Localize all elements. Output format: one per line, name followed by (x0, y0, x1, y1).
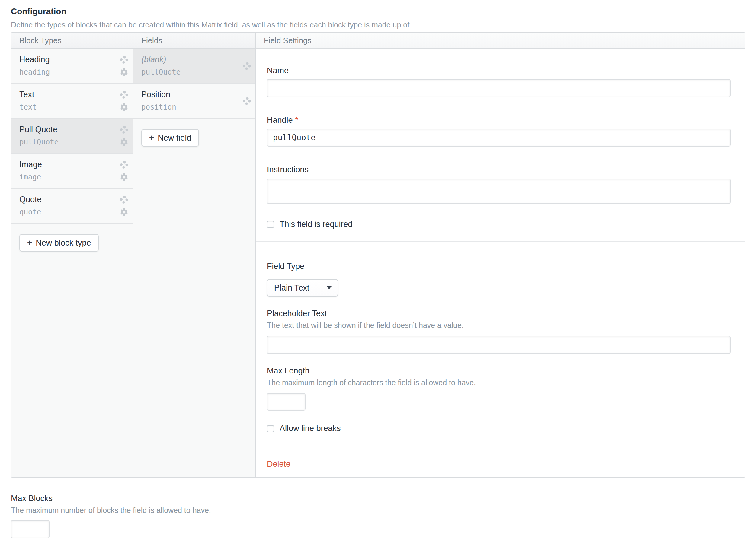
gear-icon[interactable] (120, 208, 129, 217)
item-handle: heading (19, 68, 125, 76)
move-icon[interactable] (120, 56, 128, 64)
placeholder-label: Placeholder Text (267, 308, 731, 318)
handle-input[interactable] (267, 129, 731, 147)
item-name: Position (141, 90, 248, 99)
move-icon[interactable] (243, 62, 251, 70)
new-field-label: New field (158, 133, 191, 143)
allow-line-breaks-row: Allow line breaks (267, 424, 731, 433)
max-length-label: Max Length (267, 366, 731, 375)
gear-icon[interactable] (120, 173, 129, 182)
max-blocks-input[interactable] (11, 520, 50, 538)
allow-line-breaks-checkbox[interactable] (267, 425, 274, 432)
plus-icon: + (149, 133, 154, 143)
new-block-type-label: New block type (36, 238, 91, 248)
field-row[interactable]: Positionposition (133, 84, 255, 119)
item-handle: pullQuote (141, 68, 248, 76)
item-handle: text (19, 103, 125, 111)
item-handle: pullQuote (19, 138, 125, 146)
field-settings-column: Field Settings Name Handle* Instructions… (256, 33, 745, 477)
move-icon[interactable] (120, 91, 128, 99)
name-label: Name (267, 66, 731, 75)
move-icon[interactable] (243, 97, 251, 105)
item-handle: image (19, 173, 125, 181)
move-icon[interactable] (120, 126, 128, 134)
field-type-value: Plain Text (274, 283, 309, 292)
field-settings-header: Field Settings (256, 33, 745, 49)
instructions-label: Instructions (267, 165, 731, 174)
matrix-field-configuration: Configuration Define the types of blocks… (0, 0, 756, 543)
gear-icon[interactable] (120, 138, 129, 147)
block-type-row[interactable]: Quotequote (11, 189, 133, 224)
required-checkbox-row: This field is required (267, 220, 731, 229)
delete-link[interactable]: Delete (267, 459, 290, 469)
block-types-header: Block Types (11, 33, 133, 49)
item-name: Pull Quote (19, 125, 125, 134)
field-row[interactable]: (blank)pullQuote (133, 49, 255, 84)
item-name: Quote (19, 195, 125, 204)
handle-label: Handle* (267, 115, 731, 125)
gear-icon[interactable] (120, 103, 129, 112)
fields-header: Fields (133, 33, 255, 49)
required-checkbox[interactable] (267, 221, 274, 228)
item-handle: position (141, 103, 248, 111)
required-checkbox-label[interactable]: This field is required (280, 220, 353, 229)
page-description: Define the types of blocks that can be c… (11, 21, 412, 29)
fields-list: (blank)pullQuotePositionposition (133, 49, 255, 119)
placeholder-input[interactable] (267, 336, 731, 354)
max-blocks-section: Max Blocks The maximum number of blocks … (11, 493, 211, 538)
item-name: Text (19, 90, 125, 99)
max-length-description: The maximum length of characters the fie… (267, 378, 731, 387)
fields-column: Fields (blank)pullQuotePositionposition … (133, 33, 256, 477)
move-icon[interactable] (120, 196, 128, 204)
max-blocks-label: Max Blocks (11, 493, 211, 503)
item-handle: quote (19, 208, 125, 216)
required-asterisk: * (295, 116, 298, 125)
field-settings-body: Name Handle* Instructions This field is … (256, 49, 745, 477)
instructions-textarea[interactable] (267, 179, 731, 204)
block-type-row[interactable]: Headingheading (11, 49, 133, 84)
new-block-type-button[interactable]: + New block type (19, 234, 99, 252)
item-name: Image (19, 160, 125, 169)
max-blocks-description: The maximum number of blocks the field i… (11, 506, 211, 515)
item-name: Heading (19, 55, 125, 64)
block-types-list: HeadingheadingTexttextPull QuotepullQuot… (11, 49, 133, 224)
max-length-input[interactable] (267, 393, 306, 410)
field-type-label: Field Type (267, 262, 731, 271)
plus-icon: + (27, 238, 32, 248)
matrix-config-table: Block Types HeadingheadingTexttextPull Q… (11, 32, 745, 478)
name-input[interactable] (267, 79, 731, 97)
block-type-row[interactable]: Pull QuotepullQuote (11, 119, 133, 154)
caret-down-icon (327, 286, 332, 289)
allow-line-breaks-label[interactable]: Allow line breaks (280, 424, 341, 433)
item-name: (blank) (141, 55, 248, 64)
field-type-select[interactable]: Plain Text (267, 279, 338, 296)
block-type-row[interactable]: Imageimage (11, 154, 133, 189)
move-icon[interactable] (120, 161, 128, 169)
new-field-button[interactable]: + New field (141, 129, 199, 147)
page-title: Configuration (11, 7, 66, 16)
block-type-row[interactable]: Texttext (11, 84, 133, 119)
placeholder-description: The text that will be shown if the field… (267, 321, 731, 330)
gear-icon[interactable] (120, 68, 129, 77)
block-types-column: Block Types HeadingheadingTexttextPull Q… (11, 33, 133, 477)
